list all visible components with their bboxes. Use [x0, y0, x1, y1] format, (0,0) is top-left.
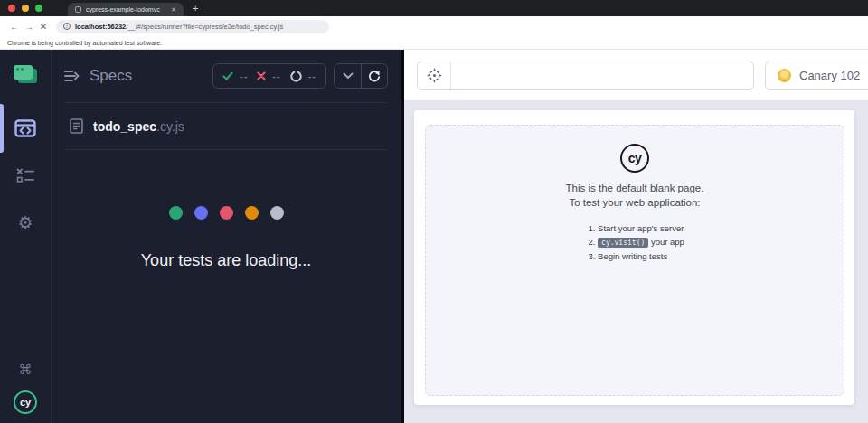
aut-frame: cy This is the default blank page. To te…	[414, 110, 854, 405]
loading-message: Your tests are loading...	[141, 251, 311, 270]
tab-title: cypress-example-todomvc	[86, 6, 167, 13]
url-path: /__/#/specs/runner?file=cypress/e2e/todo…	[126, 23, 283, 31]
maximize-window-button[interactable]	[35, 5, 42, 12]
canary-browser-icon	[778, 69, 791, 82]
blank-page-line2: To test your web application:	[426, 195, 844, 210]
crosshair-icon	[427, 68, 442, 83]
project-icon[interactable]	[14, 65, 37, 83]
refresh-icon	[368, 70, 381, 82]
specs-header: Specs -- -- --	[52, 50, 401, 102]
loading-dot	[169, 206, 183, 220]
pending-count: --	[308, 70, 316, 81]
aut-viewport: cy This is the default blank page. To te…	[404, 101, 868, 423]
browser-titlebar: cypress-example-todomvc ✕ +	[0, 0, 868, 16]
address-bar[interactable]: i localhost:56232/__/#/specs/runner?file…	[56, 20, 329, 33]
tab-favicon-icon	[75, 6, 81, 13]
loading-dot	[245, 206, 259, 220]
browser-select-label: Canary 102	[799, 69, 860, 82]
step-item: Begin writing tests	[598, 249, 684, 263]
default-blank-page: cy This is the default blank page. To te…	[425, 125, 844, 396]
forward-icon[interactable]: →	[22, 22, 36, 32]
divider	[65, 149, 387, 150]
loading-dots	[169, 206, 284, 220]
url-text: localhost:56232/__/#/specs/runner?file=c…	[75, 23, 283, 31]
spec-file-row[interactable]: todo_spec.cy.js	[52, 103, 401, 149]
cypress-logo[interactable]: cy	[14, 390, 37, 414]
window-controls	[8, 5, 42, 12]
page-info-icon[interactable]: i	[63, 23, 71, 30]
cypress-mark-icon: cy	[620, 144, 649, 173]
url-host: localhost:56232	[75, 23, 126, 31]
specs-panel: Specs -- -- --	[52, 50, 401, 423]
browser-toolbar: ← → ✕ i localhost:56232/__/#/specs/runne…	[0, 16, 868, 36]
spec-file-icon	[70, 118, 83, 134]
sidebar-item-settings[interactable]: ⚙	[0, 199, 52, 246]
refresh-specs-button[interactable]	[361, 64, 387, 88]
minimize-window-button[interactable]	[22, 5, 29, 12]
selector-playground-button[interactable]	[418, 61, 451, 89]
loading-dot	[220, 206, 233, 220]
run-stats: -- -- --	[212, 63, 326, 89]
getting-started-steps: Start your app's server cy.visit() your …	[585, 221, 684, 263]
failed-x-icon	[257, 71, 266, 80]
passed-check-icon	[222, 71, 233, 81]
back-icon[interactable]: ←	[7, 22, 22, 32]
runs-icon	[16, 168, 34, 183]
automation-banner: Chrome is being controlled by automated …	[0, 36, 868, 50]
loading-state: Your tests are loading...	[52, 206, 401, 270]
automation-banner-text: Chrome is being controlled by automated …	[7, 40, 162, 46]
gear-icon: ⚙	[17, 212, 33, 233]
passed-count: --	[240, 70, 248, 81]
failed-count: --	[272, 70, 280, 81]
cypress-app: ⚙ ⌘ cy Specs --	[0, 50, 868, 423]
keyboard-shortcuts-icon[interactable]: ⌘	[19, 362, 33, 378]
tab-close-icon[interactable]: ✕	[171, 6, 176, 14]
blank-page-line1: This is the default blank page.	[426, 181, 844, 195]
runner-panel: Canary 102 cy This is the default blank …	[404, 50, 868, 423]
step-item: cy.visit() your app	[598, 235, 684, 249]
new-tab-button[interactable]: +	[193, 4, 198, 13]
loading-dot	[270, 206, 284, 220]
loading-dot	[194, 206, 208, 220]
specs-icon	[14, 119, 36, 137]
stop-icon[interactable]: ✕	[36, 22, 51, 32]
collapse-all-button[interactable]	[335, 64, 361, 88]
chevron-down-icon	[343, 72, 354, 80]
pending-icon	[290, 70, 302, 82]
sidebar-item-specs[interactable]	[0, 105, 52, 152]
spec-file-name: todo_spec.cy.js	[93, 119, 184, 134]
close-window-button[interactable]	[8, 5, 15, 12]
aut-url-input[interactable]	[451, 61, 753, 89]
collapse-sidebar-icon[interactable]	[64, 70, 80, 82]
specs-panel-title: Specs	[90, 67, 212, 85]
selector-playground-bar	[417, 61, 754, 90]
browser-select-button[interactable]: Canary 102	[765, 61, 868, 90]
browser-tab[interactable]: cypress-example-todomvc ✕	[68, 3, 184, 16]
specs-actions	[334, 63, 388, 89]
step-item: Start your app's server	[598, 221, 684, 235]
sidebar-item-runs[interactable]	[0, 152, 52, 199]
code-snippet: cy.visit()	[598, 238, 648, 248]
nav-rail: ⚙ ⌘ cy	[0, 50, 52, 423]
runner-header: Canary 102	[404, 50, 868, 101]
active-indicator	[0, 104, 4, 153]
